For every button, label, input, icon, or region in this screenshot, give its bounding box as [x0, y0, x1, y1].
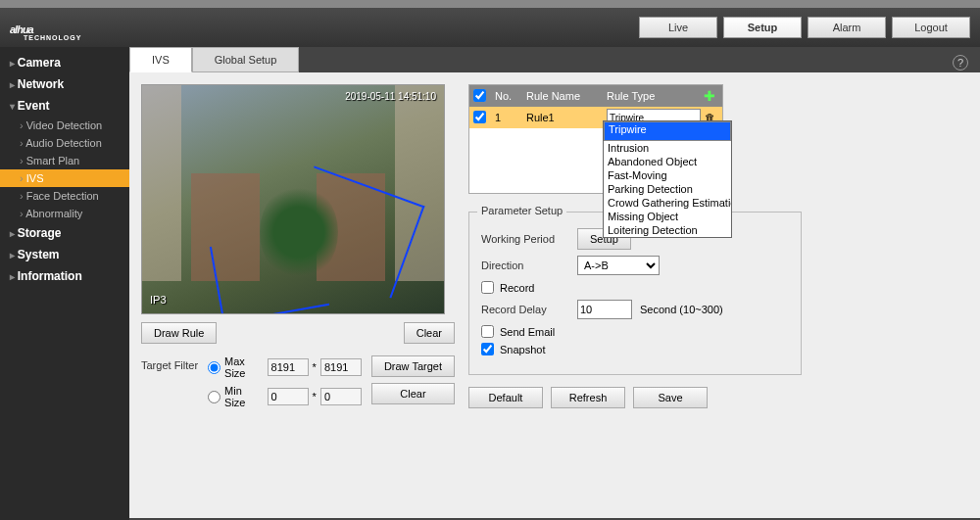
- rules-table: No. Rule Name Rule Type ✚ 1 Rule1 🗑: [468, 84, 723, 194]
- sidebar-item-audio-detection[interactable]: Audio Detection: [0, 134, 129, 152]
- sidebar-group-storage[interactable]: Storage: [0, 222, 129, 244]
- col-rule-type: Rule Type: [607, 90, 701, 102]
- record-checkbox[interactable]: [481, 281, 494, 294]
- sidebar-group-camera[interactable]: Camera: [0, 52, 129, 73]
- tabs: IVS Global Setup: [129, 47, 980, 72]
- option-abandoned-object[interactable]: Abandoned Object: [604, 155, 731, 168]
- sidebar-group-network[interactable]: Network: [0, 73, 129, 95]
- add-rule-icon[interactable]: ✚: [701, 88, 718, 104]
- rule-row-checkbox[interactable]: [473, 111, 486, 123]
- rule-row-no: 1: [495, 112, 526, 123]
- snapshot-label: Snapshot: [500, 344, 545, 355]
- sidebar-item-smart-plan[interactable]: Smart Plan: [0, 152, 129, 169]
- option-crowd-gathering[interactable]: Crowd Gathering Estimation: [604, 196, 731, 210]
- col-rule-name: Rule Name: [526, 90, 607, 102]
- default-button[interactable]: Default: [468, 387, 543, 408]
- sidebar-item-ivs[interactable]: IVS: [0, 169, 129, 187]
- preview-label: IP3: [150, 294, 167, 306]
- option-fast-moving[interactable]: Fast-Moving: [604, 168, 731, 182]
- sidebar-group-information[interactable]: Information: [0, 265, 129, 287]
- record-label: Record: [500, 282, 534, 294]
- logout-button[interactable]: Logout: [892, 17, 970, 38]
- sidebar-group-system[interactable]: System: [0, 244, 129, 265]
- preview-timestamp: 2019-05-11 14:51:10: [345, 91, 436, 102]
- brand-logo: alhua TECHNOLOGY: [10, 14, 81, 41]
- draw-rule-button[interactable]: Draw Rule: [141, 322, 217, 344]
- rule-row-name[interactable]: Rule1: [526, 112, 607, 123]
- send-email-checkbox[interactable]: [481, 325, 494, 338]
- parameter-legend: Parameter Setup: [477, 205, 566, 216]
- sidebar-item-abnormality[interactable]: Abnormality: [0, 205, 129, 222]
- sidebar: Camera Network Event Video Detection Aud…: [0, 47, 129, 520]
- rules-select-all[interactable]: [473, 89, 486, 102]
- draw-target-button[interactable]: Draw Target: [371, 355, 455, 377]
- clear-target-button[interactable]: Clear: [371, 383, 455, 404]
- snapshot-checkbox[interactable]: [481, 343, 494, 355]
- option-parking-detection[interactable]: Parking Detection: [604, 182, 731, 196]
- alarm-button[interactable]: Alarm: [808, 17, 886, 38]
- save-button[interactable]: Save: [633, 387, 708, 408]
- record-delay-input[interactable]: [577, 300, 632, 319]
- sidebar-group-event[interactable]: Event: [0, 95, 129, 117]
- col-no: No.: [495, 90, 526, 102]
- send-email-label: Send Email: [500, 326, 555, 338]
- video-preview[interactable]: 2019-05-11 14:51:10 IP3: [141, 84, 445, 314]
- tab-global-setup[interactable]: Global Setup: [192, 47, 300, 72]
- rule-type-dropdown[interactable]: Tripwire Intrusion Abandoned Object Fast…: [603, 120, 732, 238]
- tab-ivs[interactable]: IVS: [129, 47, 192, 72]
- option-missing-object[interactable]: Missing Object: [604, 210, 731, 223]
- option-loitering-detection[interactable]: Loitering Detection: [604, 223, 731, 237]
- sidebar-item-face-detection[interactable]: Face Detection: [0, 187, 129, 205]
- help-icon[interactable]: ?: [953, 55, 968, 71]
- option-intrusion[interactable]: Intrusion: [604, 141, 731, 155]
- max-size-label: Max Size: [224, 355, 264, 379]
- option-tripwire[interactable]: Tripwire: [604, 121, 731, 141]
- min-size-label: Min Size: [224, 385, 264, 408]
- max-size-radio[interactable]: [208, 361, 220, 374]
- target-filter-label: Target Filter: [141, 355, 198, 371]
- direction-label: Direction: [481, 260, 569, 271]
- setup-button[interactable]: Setup: [723, 17, 802, 38]
- direction-select[interactable]: A->B: [577, 256, 660, 275]
- live-button[interactable]: Live: [639, 17, 717, 38]
- min-height-input[interactable]: [320, 388, 362, 405]
- min-width-input[interactable]: [268, 388, 309, 405]
- max-width-input[interactable]: [268, 358, 309, 376]
- working-period-label: Working Period: [481, 233, 569, 245]
- sidebar-item-video-detection[interactable]: Video Detection: [0, 117, 129, 134]
- max-height-input[interactable]: [320, 358, 362, 376]
- clear-rule-button[interactable]: Clear: [404, 322, 455, 344]
- header: alhua TECHNOLOGY Live Setup Alarm Logout: [0, 8, 980, 47]
- record-delay-label: Record Delay: [481, 304, 569, 315]
- record-delay-hint: Second (10~300): [640, 304, 723, 315]
- min-size-radio[interactable]: [208, 391, 220, 403]
- refresh-button[interactable]: Refresh: [551, 387, 625, 408]
